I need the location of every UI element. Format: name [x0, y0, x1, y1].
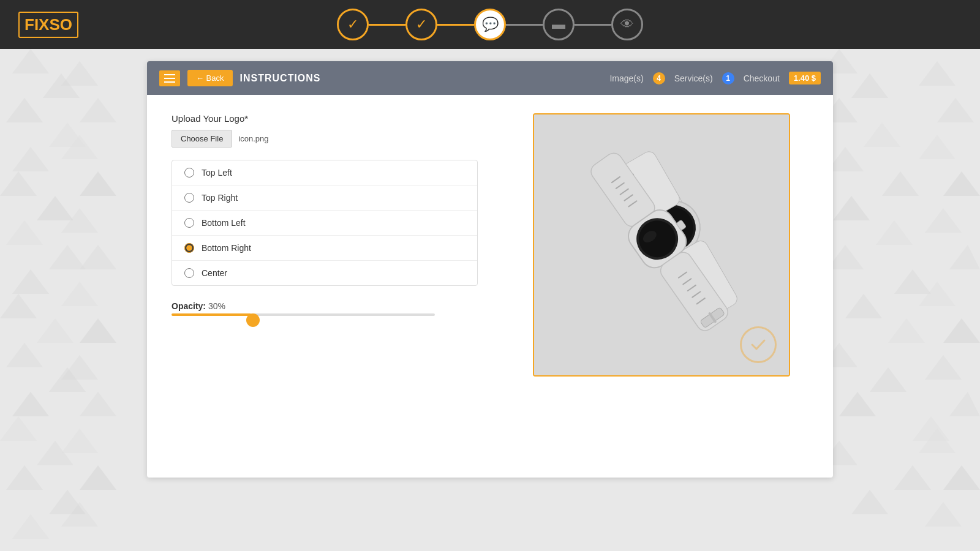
label-top-left: Top Left [202, 168, 232, 178]
checkout-label: Checkout [744, 73, 780, 83]
watermark-overlay-icon [740, 326, 777, 363]
card-header-left: ← Back INSTRUCTIONS [159, 70, 321, 86]
card-header-right: Image(s) 4 Service(s) 1 Checkout 1.40 $ [609, 72, 821, 84]
opacity-label-text: Opacity: [172, 301, 206, 311]
step-3-chat-icon: 💬 [482, 17, 499, 32]
svg-marker-51 [851, 490, 888, 514]
logo-text: FIXSO [18, 12, 78, 38]
file-name-display: icon.png [238, 134, 268, 143]
logo: FIXSO [18, 12, 78, 38]
opacity-section: Opacity: 30% [172, 301, 478, 311]
step-line-1-2 [369, 24, 405, 26]
hamburger-line-3 [164, 81, 175, 83]
back-button[interactable]: ← Back [187, 70, 233, 86]
opacity-value: 30% [208, 301, 225, 311]
opacity-label: Opacity: 30% [172, 301, 478, 311]
radio-bottom-left[interactable] [184, 218, 194, 228]
step-5-circle[interactable]: 👁 [611, 9, 643, 40]
file-upload-row: Choose File icon.png [172, 130, 478, 148]
step-4-circle[interactable]: ▬ [543, 9, 575, 40]
hamburger-button[interactable] [159, 70, 180, 86]
step-2-circle[interactable]: ✓ [405, 9, 437, 40]
radio-top-right[interactable] [184, 193, 194, 203]
svg-marker-32 [61, 502, 98, 527]
upload-label: Upload Your Logo* [172, 113, 478, 124]
label-top-right: Top Right [202, 193, 238, 203]
card-header: ← Back INSTRUCTIONS Image(s) 4 Service(s… [147, 61, 833, 95]
step-1-check-icon: ✓ [347, 17, 358, 32]
svg-rect-91 [657, 249, 731, 334]
label-bottom-right: Bottom Right [202, 243, 251, 253]
radio-bottom-right[interactable] [184, 243, 194, 253]
position-option-bottom-left[interactable]: Bottom Left [172, 211, 477, 236]
main-content: ← Back INSTRUCTIONS Image(s) 4 Service(s… [0, 49, 980, 490]
step-5-eye-icon: 👁 [620, 17, 634, 32]
position-option-bottom-right[interactable]: Bottom Right [172, 236, 477, 261]
svg-marker-18 [49, 490, 86, 514]
step-4-card-icon: ▬ [552, 17, 565, 32]
step-line-2-3 [437, 24, 474, 26]
step-line-3-4 [506, 24, 543, 26]
services-count-badge: 1 [722, 72, 734, 84]
top-navigation: FIXSO ✓ ✓ 💬 ▬ 👁 [0, 0, 980, 49]
step-1-circle[interactable]: ✓ [337, 9, 369, 40]
right-panel [514, 113, 809, 377]
stepper: ✓ ✓ 💬 ▬ 👁 [337, 9, 643, 40]
images-label: Image(s) [609, 73, 643, 83]
hamburger-line-2 [164, 78, 175, 79]
step-3-circle[interactable]: 💬 [474, 9, 506, 40]
choose-file-button[interactable]: Choose File [172, 130, 232, 148]
images-count-badge: 4 [653, 72, 665, 84]
services-label: Service(s) [674, 73, 713, 83]
step-line-4-5 [575, 24, 611, 26]
radio-center[interactable] [184, 268, 194, 278]
card-body: Upload Your Logo* Choose File icon.png T… [147, 95, 833, 395]
position-option-top-right[interactable]: Top Right [172, 186, 477, 211]
watch-svg [545, 129, 778, 361]
checkout-price-badge: 1.40 $ [789, 72, 821, 84]
radio-top-left[interactable] [184, 168, 194, 178]
left-panel: Upload Your Logo* Choose File icon.png T… [172, 113, 478, 377]
position-option-center[interactable]: Center [172, 261, 477, 285]
opacity-slider[interactable] [172, 313, 435, 316]
svg-marker-19 [12, 514, 49, 539]
step-2-check-icon: ✓ [416, 17, 427, 32]
watermark-check-svg [749, 335, 767, 354]
label-center: Center [202, 268, 227, 278]
position-radio-group: Top Left Top Right Bottom Left Bottom Ri… [172, 160, 478, 286]
label-bottom-left: Bottom Left [202, 218, 246, 228]
watch-image-container [533, 113, 790, 377]
instructions-title: INSTRUCTIONS [240, 73, 321, 84]
main-card: ← Back INSTRUCTIONS Image(s) 4 Service(s… [147, 61, 833, 478]
svg-marker-64 [925, 502, 962, 527]
hamburger-line-1 [164, 74, 175, 75]
position-option-top-left[interactable]: Top Left [172, 160, 477, 186]
